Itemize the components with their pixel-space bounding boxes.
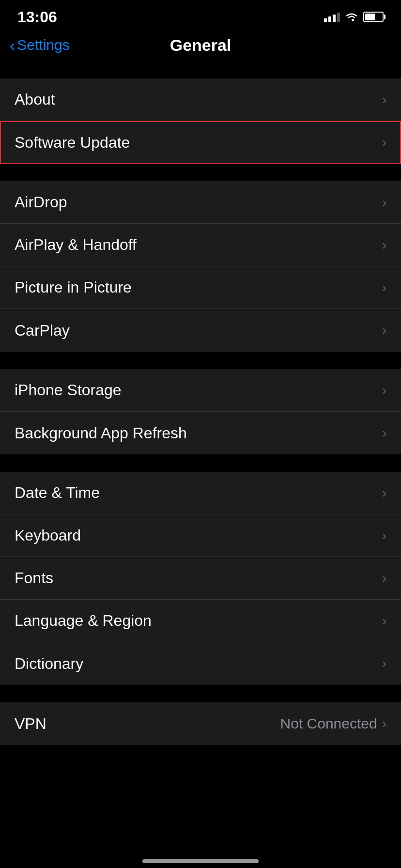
date-time-row[interactable]: Date & Time › (0, 472, 401, 514)
vpn-label: VPN (15, 715, 46, 733)
software-update-chevron-icon: › (382, 136, 386, 149)
section-system-group: Date & Time › Keyboard › Fonts › Languag… (0, 472, 401, 685)
nav-bar: ‹ Settings General (0, 29, 401, 61)
airplay-handoff-label: AirPlay & Handoff (15, 236, 137, 254)
iphone-storage-row[interactable]: iPhone Storage › (0, 369, 401, 412)
fonts-right: › (382, 572, 386, 585)
airdrop-label: AirDrop (15, 193, 67, 211)
software-update-right: › (382, 136, 386, 149)
carplay-chevron-icon: › (382, 324, 386, 337)
signal-icon (324, 12, 340, 22)
language-region-row[interactable]: Language & Region › (0, 600, 401, 642)
iphone-storage-chevron-icon: › (382, 384, 386, 397)
keyboard-label: Keyboard (15, 527, 81, 544)
airplay-handoff-chevron-icon: › (382, 238, 386, 252)
picture-in-picture-row[interactable]: Picture in Picture › (0, 266, 401, 309)
background-app-refresh-chevron-icon: › (382, 426, 386, 440)
home-indicator (142, 859, 259, 863)
battery-fill (365, 14, 375, 20)
wifi-icon (345, 12, 358, 22)
language-region-label: Language & Region (15, 612, 152, 630)
date-time-chevron-icon: › (382, 486, 386, 500)
airdrop-right: › (382, 196, 386, 209)
date-time-right: › (382, 486, 386, 500)
about-label: About (15, 91, 55, 108)
battery-icon (363, 12, 384, 22)
section-gap-3 (0, 352, 401, 369)
section-about-group: About › Software Update › (0, 78, 401, 164)
carplay-label: CarPlay (15, 322, 70, 340)
carplay-right: › (382, 324, 386, 337)
picture-in-picture-chevron-icon: › (382, 281, 386, 294)
dictionary-row[interactable]: Dictionary › (0, 642, 401, 685)
background-app-refresh-row[interactable]: Background App Refresh › (0, 412, 401, 454)
airdrop-chevron-icon: › (382, 196, 386, 209)
back-chevron-icon: ‹ (10, 37, 15, 53)
vpn-right: Not Connected › (280, 715, 386, 732)
bottom-spacer (0, 745, 401, 784)
about-chevron-icon: › (382, 93, 386, 107)
section-gap-4 (0, 454, 401, 472)
about-row[interactable]: About › (0, 78, 401, 121)
date-time-label: Date & Time (15, 484, 100, 502)
airplay-handoff-right: › (382, 238, 386, 252)
section-connectivity-group: AirDrop › AirPlay & Handoff › Picture in… (0, 181, 401, 352)
status-time: 13:06 (17, 8, 57, 26)
keyboard-row[interactable]: Keyboard › (0, 514, 401, 557)
back-label: Settings (17, 37, 69, 53)
picture-in-picture-right: › (382, 281, 386, 294)
section-vpn-group: VPN Not Connected › (0, 702, 401, 745)
dictionary-chevron-icon: › (382, 657, 386, 670)
keyboard-chevron-icon: › (382, 529, 386, 542)
keyboard-right: › (382, 529, 386, 542)
language-region-right: › (382, 614, 386, 628)
vpn-status: Not Connected (280, 715, 377, 732)
language-region-chevron-icon: › (382, 614, 386, 628)
about-right: › (382, 93, 386, 107)
airdrop-row[interactable]: AirDrop › (0, 181, 401, 224)
section-gap-1 (0, 61, 401, 78)
software-update-row[interactable]: Software Update › (0, 121, 401, 164)
fonts-chevron-icon: › (382, 572, 386, 585)
section-gap-5 (0, 685, 401, 702)
section-storage-group: iPhone Storage › Background App Refresh … (0, 369, 401, 454)
fonts-row[interactable]: Fonts › (0, 557, 401, 600)
page-title: General (170, 36, 231, 55)
background-app-refresh-label: Background App Refresh (15, 424, 187, 442)
carplay-row[interactable]: CarPlay › (0, 309, 401, 352)
background-app-refresh-right: › (382, 426, 386, 440)
status-icons (324, 12, 384, 22)
vpn-row[interactable]: VPN Not Connected › (0, 702, 401, 745)
fonts-label: Fonts (15, 569, 53, 587)
back-button[interactable]: ‹ Settings (10, 37, 70, 53)
software-update-label: Software Update (15, 134, 130, 152)
status-bar: 13:06 (0, 0, 401, 29)
iphone-storage-right: › (382, 384, 386, 397)
dictionary-label: Dictionary (15, 655, 83, 673)
iphone-storage-label: iPhone Storage (15, 381, 122, 399)
vpn-chevron-icon: › (382, 717, 386, 730)
dictionary-right: › (382, 657, 386, 670)
airplay-handoff-row[interactable]: AirPlay & Handoff › (0, 224, 401, 266)
section-gap-2 (0, 164, 401, 181)
picture-in-picture-label: Picture in Picture (15, 279, 132, 296)
